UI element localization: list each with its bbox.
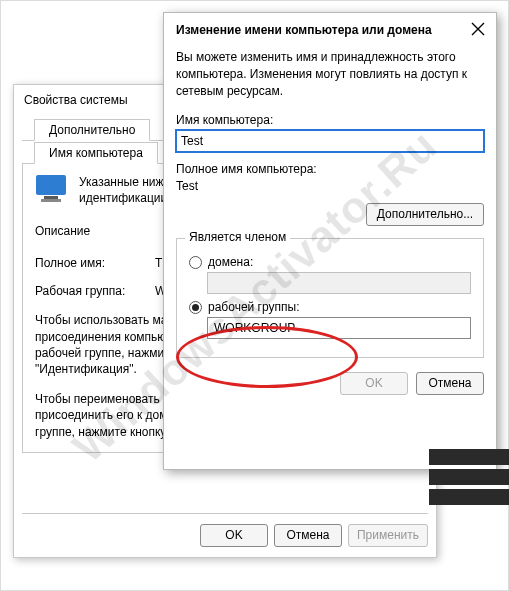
fullname-label: Полное имя:	[35, 256, 155, 270]
domain-radio-label: домена:	[208, 255, 253, 269]
tab-computer-name[interactable]: Имя компьютера	[34, 142, 158, 164]
domain-radio-row[interactable]: домена:	[189, 255, 471, 269]
computer-name-input[interactable]	[176, 130, 484, 152]
workgroup-radio-row[interactable]: рабочей группы:	[189, 300, 471, 314]
member-of-group: Является членом домена: рабочей группы:	[176, 238, 484, 358]
tab-advanced[interactable]: Дополнительно	[34, 119, 150, 141]
radio-icon	[189, 301, 202, 314]
ok-button[interactable]: OK	[340, 372, 408, 395]
fullname-value: T	[155, 256, 162, 270]
svg-rect-2	[41, 199, 61, 202]
description-label: Описание	[35, 224, 155, 238]
dialog-button-bar: OK Отмена Применить	[22, 513, 428, 547]
dialog-title: Изменение имени компьютера или домена	[176, 23, 432, 37]
full-computer-name-label: Полное имя компьютера:	[176, 162, 484, 176]
workgroup-label: Рабочая группа:	[35, 284, 155, 298]
info-text: Вы можете изменить имя и принадлежность …	[176, 49, 484, 99]
domain-input	[207, 272, 471, 294]
computer-name-label: Имя компьютера:	[176, 113, 484, 127]
svg-rect-0	[36, 175, 66, 195]
radio-icon	[189, 256, 202, 269]
cancel-button[interactable]: Отмена	[416, 372, 484, 395]
full-computer-name-value: Test	[176, 179, 484, 193]
more-button[interactable]: Дополнительно...	[366, 203, 484, 226]
background-decoration	[429, 445, 509, 505]
workgroup-input[interactable]	[207, 317, 471, 339]
workgroup-radio-label: рабочей группы:	[208, 300, 299, 314]
member-of-legend: Является членом	[185, 230, 290, 244]
cancel-button[interactable]: Отмена	[274, 524, 342, 547]
apply-button[interactable]: Применить	[348, 524, 428, 547]
ok-button[interactable]: OK	[200, 524, 268, 547]
close-icon[interactable]	[470, 21, 488, 39]
change-name-window: Изменение имени компьютера или домена Вы…	[163, 12, 497, 470]
identification-desc: Указанные ниж идентификации	[79, 174, 167, 206]
svg-rect-1	[44, 196, 58, 199]
monitor-icon	[35, 174, 69, 204]
